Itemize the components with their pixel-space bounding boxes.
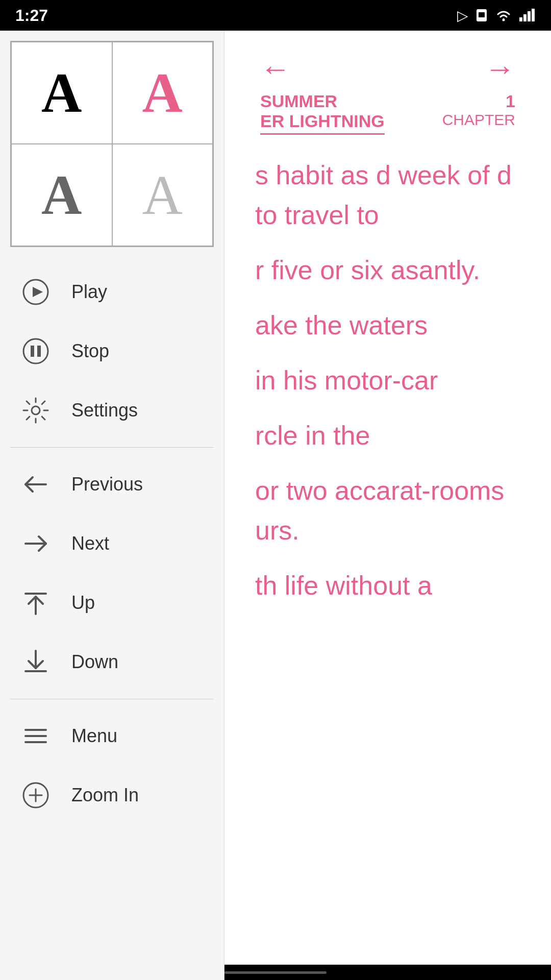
- book-title-line1: SUMMER: [260, 91, 385, 111]
- hamburger-icon: [20, 721, 51, 751]
- pause-circle-icon: [20, 336, 51, 366]
- font-option-light[interactable]: A: [112, 144, 213, 246]
- drawer-panel: A A A A Play: [0, 31, 224, 980]
- text-block-1: s habit as d week of d to travel to: [255, 155, 520, 235]
- svg-point-12: [32, 406, 40, 414]
- font-option-black[interactable]: A: [11, 42, 112, 144]
- menu-label: Menu: [71, 725, 117, 747]
- zoom-in-label: Zoom In: [71, 785, 139, 806]
- wifi-icon: [495, 8, 512, 22]
- svg-marker-8: [33, 287, 43, 297]
- status-time: 1:27: [15, 6, 48, 25]
- text-block-3: ake the waters: [255, 305, 520, 345]
- text-block-5: rcle in the: [255, 415, 520, 455]
- main-container: A A A A Play: [0, 31, 551, 980]
- menu-menu-item[interactable]: Menu: [0, 706, 224, 766]
- svg-point-2: [503, 19, 505, 21]
- home-indicator: [224, 971, 327, 974]
- svg-rect-3: [519, 17, 522, 21]
- settings-menu-item[interactable]: Settings: [0, 381, 224, 440]
- down-menu-item[interactable]: Down: [0, 632, 224, 692]
- divider-1: [10, 447, 214, 448]
- stop-label: Stop: [71, 340, 109, 362]
- arrow-right-icon: [20, 528, 51, 559]
- divider-2: [10, 699, 214, 699]
- content-navigation: ← →: [240, 41, 536, 91]
- arrow-left-icon: [20, 469, 51, 500]
- font-option-gray-label: A: [41, 167, 82, 223]
- down-label: Down: [71, 651, 118, 673]
- svg-point-9: [23, 339, 48, 363]
- svg-rect-1: [479, 12, 485, 17]
- gear-icon: [20, 395, 51, 426]
- font-option-black-label: A: [41, 65, 82, 121]
- svg-rect-11: [37, 346, 41, 357]
- font-option-light-label: A: [142, 167, 183, 223]
- text-block-6: or two accarat-rooms urs.: [255, 471, 520, 550]
- nav-forward-arrow[interactable]: →: [485, 51, 515, 86]
- text-block-2: r five or six asantly.: [255, 250, 520, 290]
- status-icons: ▷: [457, 7, 536, 24]
- status-bar: 1:27 ▷: [0, 0, 551, 31]
- font-option-pink-label: A: [142, 65, 183, 121]
- text-block-4: in his motor-car: [255, 360, 520, 400]
- arrow-up-bar-icon: [20, 587, 51, 618]
- font-option-gray[interactable]: A: [11, 144, 112, 246]
- next-label: Next: [71, 533, 109, 554]
- nav-back-arrow[interactable]: ←: [260, 51, 291, 86]
- previous-label: Previous: [71, 474, 143, 495]
- chapter-label: CHAPTER: [442, 111, 515, 129]
- svg-rect-5: [528, 11, 531, 21]
- settings-label: Settings: [71, 400, 138, 421]
- media-icon: ▷: [457, 7, 468, 24]
- previous-menu-item[interactable]: Previous: [0, 455, 224, 514]
- text-block-7: th life without a: [255, 566, 520, 605]
- next-menu-item[interactable]: Next: [0, 514, 224, 573]
- chapter-number: 1: [442, 91, 515, 111]
- navigation-section: Previous Next: [0, 450, 224, 697]
- extra-section: Menu Zoom In: [0, 701, 224, 830]
- svg-rect-6: [532, 9, 535, 21]
- play-label: Play: [71, 281, 107, 303]
- chapter-header: SUMMER ER LIGHTNING 1 CHAPTER: [240, 91, 536, 145]
- book-text-content: s habit as d week of d to travel to r fi…: [240, 145, 536, 631]
- up-menu-item[interactable]: Up: [0, 573, 224, 632]
- book-title-line2: ER LIGHTNING: [260, 111, 385, 135]
- font-option-pink[interactable]: A: [112, 42, 213, 144]
- playback-section: Play Stop: [0, 257, 224, 445]
- up-label: Up: [71, 592, 95, 614]
- svg-rect-10: [31, 346, 34, 357]
- sim-icon: [474, 8, 489, 22]
- signal-icon: [518, 8, 536, 22]
- zoom-in-menu-item[interactable]: Zoom In: [0, 766, 224, 825]
- font-selector-grid: A A A A: [10, 41, 214, 247]
- svg-rect-4: [523, 14, 527, 21]
- play-circle-icon: [20, 277, 51, 307]
- plus-circle-icon: [20, 780, 51, 811]
- arrow-down-bar-icon: [20, 647, 51, 677]
- content-panel: ← → SUMMER ER LIGHTNING 1 CHAPTER s habi…: [224, 31, 551, 980]
- stop-menu-item[interactable]: Stop: [0, 322, 224, 381]
- play-menu-item[interactable]: Play: [0, 262, 224, 322]
